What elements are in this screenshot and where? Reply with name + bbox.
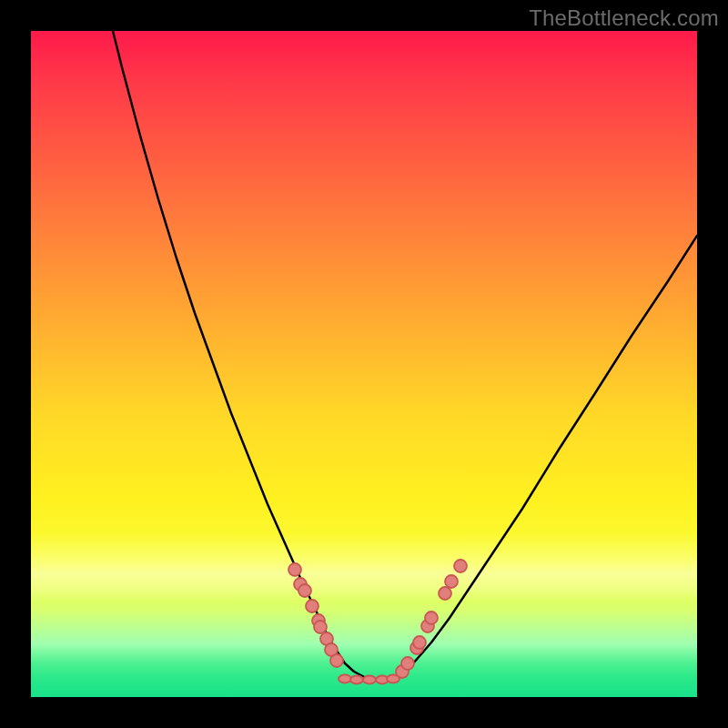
marker-dot	[387, 675, 399, 683]
marker-dot	[306, 600, 318, 612]
bottleneck-curve-svg	[31, 31, 697, 697]
marker-dot	[330, 654, 343, 667]
marker-dot	[339, 675, 351, 683]
chart-plot-area	[31, 31, 697, 697]
marker-cluster-bottom	[339, 675, 399, 684]
watermark-text: TheBottleneck.com	[529, 5, 719, 31]
marker-dot	[363, 676, 376, 684]
marker-dot	[298, 584, 311, 597]
marker-dot	[439, 587, 451, 600]
marker-dot	[401, 657, 414, 670]
marker-dot	[314, 621, 327, 633]
marker-cluster-right	[396, 560, 467, 678]
marker-dot	[454, 560, 467, 572]
marker-dot	[350, 676, 363, 684]
marker-dot	[425, 612, 438, 624]
bottleneck-curve	[113, 31, 697, 679]
marker-dot	[413, 636, 426, 649]
marker-cluster-left	[288, 563, 343, 667]
chart-frame: TheBottleneck.com	[0, 0, 728, 728]
marker-dot	[445, 575, 458, 588]
marker-dot	[288, 563, 301, 576]
